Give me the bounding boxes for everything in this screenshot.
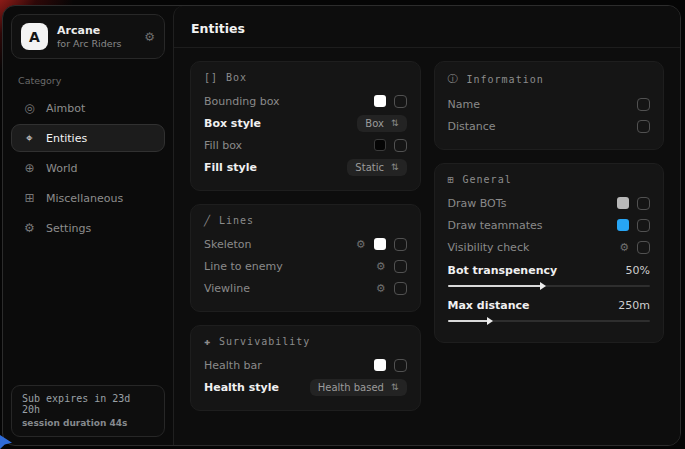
fill-box-checkbox[interactable]: [394, 139, 407, 152]
setting-row-health-bar: Health bar: [204, 354, 407, 376]
bot-transparency-setting: Bot transpenency 50%: [448, 260, 651, 287]
entities-icon: ⌖: [23, 131, 36, 145]
content-grid: [] Box Bounding box Box style Box: [174, 48, 680, 424]
gear-icon[interactable]: ⚙: [376, 261, 386, 272]
general-card-header: ⊞ General: [448, 174, 651, 185]
sidebar-item-label: Entities: [46, 132, 87, 145]
brackets-icon: []: [204, 72, 218, 83]
setting-row-skeleton: Skeleton ⚙: [204, 233, 407, 255]
arcane-logo: A: [21, 23, 48, 50]
setting-row-box-style: Box style Box ⇅: [204, 112, 407, 134]
brand-name: Arcane: [57, 24, 122, 37]
fill-style-select[interactable]: Static ⇅: [347, 159, 406, 176]
setting-row-visibility-check: Visibility check ⚙: [448, 236, 651, 258]
setting-row-name: Name: [448, 93, 651, 115]
setting-label: Bounding box: [204, 95, 280, 108]
sidebar-item-miscellaneous[interactable]: ⊞ Miscellaneous: [11, 184, 165, 212]
setting-label: Draw teammates: [448, 219, 543, 232]
setting-label: Skeleton: [204, 238, 252, 251]
updown-arrows-icon: ⇅: [391, 162, 399, 172]
bot-transparency-slider[interactable]: [448, 285, 651, 287]
setting-label: Health bar: [204, 359, 262, 372]
setting-row-viewline: Viewline ⚙: [204, 277, 407, 299]
bounding-box-checkbox[interactable]: [394, 95, 407, 108]
gear-icon[interactable]: ⚙: [376, 283, 386, 294]
brand-text: Arcane for Arc Riders: [57, 24, 122, 49]
updown-arrows-icon: ⇅: [391, 382, 399, 392]
main-panel: Entities [] Box Bounding box: [173, 6, 680, 445]
color-swatch[interactable]: [374, 95, 386, 107]
name-checkbox[interactable]: [637, 98, 650, 111]
category-label: Category: [18, 75, 158, 86]
gear-icon[interactable]: ⚙: [619, 242, 629, 253]
distance-checkbox[interactable]: [637, 120, 650, 133]
line-icon: ╱: [204, 215, 211, 226]
health-bar-checkbox[interactable]: [394, 359, 407, 372]
sidebar-item-aimbot[interactable]: ◎ Aimbot: [11, 94, 165, 122]
section-title: Box: [226, 72, 247, 83]
setting-row-fill-box: Fill box: [204, 134, 407, 156]
information-card: ⓘ Information Name Distance: [434, 61, 665, 150]
category-nav: ◎ Aimbot ⌖ Entities ⊕ World ⊞ Miscellane…: [11, 94, 165, 242]
grid-icon: ⊞: [23, 191, 36, 205]
slider-thumb[interactable]: [487, 317, 493, 325]
select-value: Box: [365, 118, 384, 129]
section-title: General: [463, 174, 512, 185]
grid-icon: ⊞: [448, 174, 455, 185]
max-distance-slider[interactable]: [448, 320, 651, 322]
right-column: ⓘ Information Name Distance: [434, 61, 665, 343]
setting-row-draw-teammates: Draw teammates: [448, 214, 651, 236]
max-distance-setting: Max distance 250m: [448, 295, 651, 322]
sidebar-item-label: Settings: [46, 222, 91, 235]
draw-teammates-checkbox[interactable]: [637, 219, 650, 232]
sub-expiry-text: Sub expires in 23d 20h: [22, 393, 154, 415]
setting-label: Draw BOTs: [448, 197, 507, 210]
sidebar-item-world[interactable]: ⊕ World: [11, 154, 165, 182]
color-swatch[interactable]: [617, 197, 629, 209]
sidebar-item-label: Aimbot: [46, 102, 85, 115]
lines-card-header: ╱ Lines: [204, 215, 407, 226]
brand-settings-icon[interactable]: ⚙: [144, 30, 155, 44]
setting-label: Line to enemy: [204, 260, 283, 273]
sidebar-item-entities[interactable]: ⌖ Entities: [11, 124, 165, 152]
draw-bots-checkbox[interactable]: [637, 197, 650, 210]
setting-row-distance: Distance: [448, 115, 651, 137]
color-swatch[interactable]: [617, 219, 629, 231]
setting-label: Fill box: [204, 139, 242, 152]
color-swatch[interactable]: [374, 238, 386, 250]
slider-fill: [448, 320, 491, 322]
box-style-select[interactable]: Box ⇅: [357, 115, 406, 132]
sidebar-item-settings[interactable]: ⚙ Settings: [11, 214, 165, 242]
line-to-enemy-checkbox[interactable]: [394, 260, 407, 273]
health-style-select[interactable]: Health based ⇅: [310, 379, 407, 396]
cross-icon: ✚: [204, 336, 211, 347]
survivability-card-header: ✚ Survivability: [204, 336, 407, 347]
setting-label: Visibility check: [448, 241, 530, 254]
section-title: Lines: [219, 215, 254, 226]
select-value: Static: [355, 162, 384, 173]
section-title: Survivability: [219, 336, 310, 347]
setting-label: Fill style: [204, 161, 257, 174]
setting-label: Name: [448, 98, 480, 111]
gear-icon[interactable]: ⚙: [356, 239, 366, 250]
setting-label: Health style: [204, 381, 279, 394]
box-card-header: [] Box: [204, 72, 407, 83]
color-swatch[interactable]: [374, 139, 386, 151]
brand-card: A Arcane for Arc Riders ⚙: [11, 14, 165, 59]
general-card: ⊞ General Draw BOTs Draw teammates: [434, 163, 665, 343]
arcane-window: A Arcane for Arc Riders ⚙ Category ◎ Aim…: [2, 5, 681, 446]
information-card-header: ⓘ Information: [448, 72, 651, 86]
setting-row-fill-style: Fill style Static ⇅: [204, 156, 407, 178]
sidebar: A Arcane for Arc Riders ⚙ Category ◎ Aim…: [3, 6, 173, 445]
info-icon: ⓘ: [448, 72, 459, 86]
brand-subtitle: for Arc Riders: [57, 38, 122, 49]
section-title: Information: [467, 74, 544, 85]
viewline-checkbox[interactable]: [394, 282, 407, 295]
subscription-status-card: Sub expires in 23d 20h session duration …: [11, 385, 165, 437]
setting-label: Distance: [448, 120, 496, 133]
slider-thumb[interactable]: [540, 282, 546, 290]
skeleton-checkbox[interactable]: [394, 238, 407, 251]
color-swatch[interactable]: [374, 359, 386, 371]
visibility-check-checkbox[interactable]: [637, 241, 650, 254]
updown-arrows-icon: ⇅: [391, 118, 399, 128]
